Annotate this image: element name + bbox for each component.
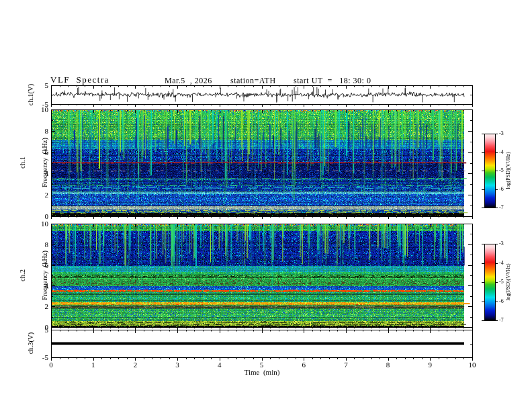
vlf-spectra-figure: VLF Spectra Mar.5 , 2026 station=ATH sta… (0, 0, 532, 411)
colorbar-tick-label: -7 (499, 205, 504, 210)
y-tick-label: 6 (45, 148, 49, 156)
y-tick-label: 5 (45, 82, 49, 89)
plot-canvas (0, 0, 532, 411)
time-axis-label: Time (min) (245, 369, 280, 376)
y-tick-label: 10 (41, 106, 48, 113)
colorbar-tick-label: -4 (499, 150, 504, 155)
colorbar-tick-label: -3 (499, 131, 504, 136)
y-tick-label: 2 (45, 191, 49, 199)
colorbar2-label: log(PSD)(V²/Hz) (506, 263, 511, 300)
colorbar1-label: log(PSD)(V²/Hz) (506, 152, 511, 189)
colorbar-tick-label: -7 (499, 318, 504, 323)
x-tick-label: 4 (218, 361, 222, 369)
y-tick-label: 6 (45, 261, 49, 269)
x-tick-label: 5 (260, 361, 264, 369)
y-tick-label: 4 (45, 170, 49, 177)
y-tick-label: 8 (45, 127, 49, 134)
colorbar-tick-label: -5 (499, 168, 504, 173)
x-tick-label: 9 (429, 361, 433, 369)
colorbar-tick-label: -5 (499, 279, 504, 285)
x-tick-label: 8 (386, 361, 390, 369)
colorbar-tick-label: -3 (499, 241, 504, 246)
ch1-spec-frequency-label: Frequency (kHz) (41, 138, 48, 187)
x-tick-label: 3 (175, 361, 179, 369)
y-tick-label: -5 (42, 354, 48, 361)
ch2-spec-frequency-label: Frequency (kHz) (41, 250, 48, 300)
figure-title: VLF Spectra (50, 75, 109, 84)
y-tick-label: 0 (45, 324, 49, 331)
ch1-frequency-axis-label: ch.1 Frequency (kHz) (4, 138, 63, 187)
x-tick-label: 1 (91, 361, 95, 369)
title-date: Mar.5 , 2026 (165, 77, 212, 85)
title-start-ut: start UT = 18: 30: 0 (294, 77, 371, 85)
x-tick-label: 0 (49, 361, 53, 369)
x-tick-label: 6 (302, 361, 306, 369)
y-tick-label: 10 (41, 220, 48, 228)
ch3-voltage-axis-label: ch.3(V) (28, 332, 35, 354)
ch1-spec-channel-label: ch.1 (19, 138, 26, 187)
y-tick-label: 8 (45, 240, 49, 248)
colorbar-tick-label: -6 (499, 299, 504, 304)
ch2-spec-channel-label: ch.2 (19, 250, 26, 300)
x-tick-label: 7 (344, 361, 348, 369)
colorbar-tick-label: -6 (499, 187, 504, 192)
title-station: station=ATH (230, 77, 276, 85)
y-tick-label: 4 (45, 282, 49, 289)
ch1-voltage-axis-label: ch.1(V) (28, 84, 35, 105)
x-tick-label: 10 (469, 361, 476, 369)
x-tick-label: 2 (134, 361, 138, 369)
colorbar-tick-label: -4 (499, 261, 504, 266)
y-tick-label: 2 (45, 303, 49, 310)
ch2-frequency-axis-label: ch.2 Frequency (kHz) (4, 250, 63, 300)
